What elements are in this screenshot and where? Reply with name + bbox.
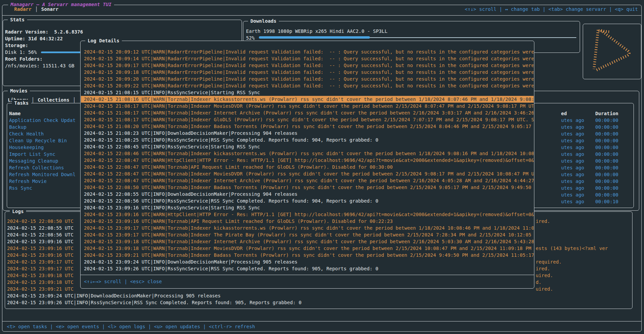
task-row-name[interactable]: Import List Sync [9, 151, 55, 158]
log-detail-line[interactable]: 2024-02-15 22:08:47 UTC|WARN|Torznab|Ind… [81, 177, 534, 184]
log-detail-line[interactable]: 2024-02-15 21:08:17 UTC|WARN|Torznab|Ind… [81, 103, 534, 109]
log-detail-line[interactable]: 2024-02-15 21:08:23 UTC|INFO|DownloadDec… [81, 130, 534, 137]
log-detail-line[interactable]: 2024-02-15 21:08:17 UTC|WARN|Torznab|Ind… [81, 109, 534, 116]
task-row-name[interactable]: Refresh Movie [9, 178, 47, 185]
movies-tab-collections[interactable]: Collections [38, 97, 69, 103]
log-detail-line[interactable]: 2024-02-15 23:09:16 UTC|WARN|Torznab|API… [81, 218, 534, 225]
log-detail-line[interactable]: 2024-02-15 20:09:17 UTC|WARN|RadarrError… [81, 62, 534, 69]
log-entry-tail-fragment: required. [536, 258, 562, 265]
log-detail-line[interactable]: 2024-02-15 21:08:25 UTC|INFO|RssSyncServ… [81, 137, 534, 143]
log-entry[interactable]: 2024-02-15 22:08:55 UTC [7, 225, 73, 231]
log-detail-line[interactable]: 2024-02-15 22:08:56 UTC|INFO|RssSyncServ… [81, 197, 534, 204]
log-entry[interactable]: 2024-02-15 23:09:21 UTC [7, 286, 73, 292]
footer-divider-line [2, 321, 641, 321]
log-detail-line[interactable]: 2024-02-15 22:08:47 UTC|WARN|Torznab|API… [81, 164, 534, 170]
tab-separator: │ [69, 97, 79, 103]
stats-line: /nfs/movies: 11511.43 GB [5, 62, 74, 69]
task-row-name[interactable]: Messaging Cleanup [9, 158, 58, 164]
stats-line: Disk 1: 56% [5, 49, 37, 56]
task-row-name[interactable]: Refresh Collections [9, 164, 64, 171]
task-row-duration: 00:00:00 [595, 151, 618, 158]
stats-line: Storage: [5, 42, 28, 49]
log-details-modal[interactable]: Log Details 2024-02-15 20:09:12 UTC|WARN… [80, 41, 534, 289]
task-row-name[interactable]: Clean Up Recycle Bin [9, 137, 67, 144]
log-detail-line[interactable]: 2024-02-15 20:09:18 UTC|WARN|RadarrError… [81, 69, 534, 76]
log-detail-line[interactable]: 2024-02-15 22:08:55 UTC|INFO|DownloadDec… [81, 191, 534, 197]
log-entry[interactable]: 2024-02-15 23:09:17 UTC [7, 258, 73, 265]
modal-footer-divider [81, 275, 534, 275]
logo-panel [583, 24, 641, 79]
downloads-panel-title: Downloads [248, 18, 279, 24]
download-progress-bar [259, 36, 576, 39]
log-entry-tail-fragment: uired. [536, 286, 553, 292]
task-row-duration: 00:00:00 [595, 130, 618, 137]
log-entry[interactable]: 2024-02-15 22:08:50 UTC [7, 218, 73, 225]
log-detail-line[interactable]: 2024-02-15 20:09:20 UTC|WARN|RadarrError… [81, 76, 534, 82]
log-detail-line[interactable]: 2024-02-15 23:09:17 UTC|WARN|Torznab|Ind… [81, 225, 534, 231]
task-row-duration: 00:00:00 [595, 158, 618, 164]
log-detail-line[interactable]: 2024-02-15 22:08:50 UTC|WARN|Torznab|Ind… [81, 184, 534, 191]
log-detail-line[interactable]: 2024-02-15 21:08:20 UTC|WARN|Torznab|Ind… [81, 123, 534, 130]
log-detail-line[interactable]: 2024-02-15 23:09:21 UTC|WARN|Torznab|Ind… [81, 252, 534, 258]
log-entry[interactable]: 2024-02-15 23:09:18 UTC [7, 279, 73, 286]
log-details-modal-title: Log Details [85, 37, 122, 44]
log-entry[interactable]: 2024-02-15 23:09:16 UTC [7, 245, 73, 252]
log-detail-line[interactable]: 2024-02-15 20:09:14 UTC|WARN|RadarrError… [81, 55, 534, 62]
task-row-queued: utes ago [561, 130, 584, 137]
download-progress-fill [259, 36, 370, 39]
task-row-duration: 00:00:00 [595, 171, 618, 178]
log-detail-line[interactable]: 2024-02-15 21:08:15 UTC|INFO|RssSyncServ… [81, 89, 534, 96]
task-row-queued: utes ago [561, 151, 584, 158]
log-detail-line[interactable]: 2024-02-15 23:09:16 UTC|WARN|HttpClient|… [81, 211, 534, 218]
task-row-queued: utes ago [561, 124, 584, 130]
task-row-name[interactable]: Housekeeping [9, 144, 44, 151]
tasks-name-header: Name [9, 110, 21, 117]
log-detail-line[interactable]: 2024-02-15 21:08:17 UTC|WARN|Torznab|Ind… [81, 116, 534, 123]
task-row-queued: utes ago [561, 117, 584, 124]
log-entry-tail-fragment: uired. [536, 272, 553, 279]
log-detail-line[interactable]: 2024-02-15 22:08:46 UTC|WARN|Torznab|Ind… [81, 150, 534, 157]
log-entry[interactable]: 2024-02-15 23:09:24 UTC|INFO|DownloadDec… [7, 292, 221, 299]
task-row-name[interactable]: Backup [9, 124, 26, 130]
task-row-name[interactable]: Refresh Monitored Downl [9, 171, 75, 178]
task-row-name[interactable]: Check Health [9, 130, 44, 137]
task-row-duration: 00:00:00 [595, 191, 618, 198]
log-entry[interactable]: 2024-02-15 23:09:26 UTC|INFO|RssSyncServ… [7, 299, 302, 306]
stats-line: Root Folders: [5, 56, 43, 62]
task-row-queued: utes ago [561, 178, 584, 185]
log-entry[interactable]: 2024-02-15 23:09:16 UTC [7, 238, 73, 245]
log-detail-line[interactable]: 2024-02-15 20:09:12 UTC|WARN|RadarrError… [81, 48, 534, 55]
logs-panel-title: Logs [10, 208, 26, 215]
log-detail-line[interactable]: 2024-02-15 22:08:45 UTC|INFO|RssSyncServ… [81, 143, 534, 150]
log-detail-line[interactable]: 2024-02-15 23:09:26 UTC|INFO|RssSyncServ… [81, 265, 534, 272]
task-row-queued: utes ago [561, 158, 584, 164]
log-detail-line[interactable]: 2024-02-15 22:08:47 UTC|WARN|HttpClient|… [81, 157, 534, 164]
task-row-queued: utes ago [561, 137, 584, 144]
tasks-panel-title: Tasks [12, 100, 31, 106]
log-detail-line[interactable]: 2024-02-15 23:09:18 UTC|WARN|Torznab|Ind… [81, 238, 534, 245]
task-row-name[interactable]: Rss Sync [9, 185, 32, 191]
task-row-queued: utes ago [561, 185, 584, 191]
log-entry[interactable]: 2024-02-15 22:08:56 UTC [7, 231, 73, 238]
log-detail-line[interactable]: 2024-02-15 20:09:22 UTC|WARN|RadarrError… [81, 82, 534, 89]
log-detail-line[interactable]: 2024-02-15 23:09:24 UTC|INFO|DownloadDec… [81, 258, 534, 265]
radarr-dotted-play-logo [586, 27, 637, 75]
stats-line: Uptime: 31d 04:32:22 [5, 35, 63, 42]
log-detail-line[interactable]: 2024-02-15 22:08:47 UTC|WARN|Torznab|Ind… [81, 170, 534, 177]
managarr-screen: Managarr — A Servarr management TUI Rada… [0, 0, 644, 334]
download-item-title: Earth 1998 1080p WEBRip x265 Hindi AAC2.… [246, 28, 387, 35]
task-row-duration: 00:00:00 [595, 178, 618, 185]
log-entry[interactable]: 2024-02-15 23:09:17 UTC [7, 265, 73, 272]
tabs-divider-line [2, 15, 641, 16]
log-detail-line[interactable]: 2024-02-15 23:09:16 UTC|INFO|RssSyncServ… [81, 204, 534, 211]
log-entry[interactable]: 2024-02-15 23:09:16 UTC [7, 252, 73, 258]
tab-sonarr[interactable]: Sonarr [41, 6, 59, 13]
task-row-duration: 00:00:00 [595, 124, 618, 130]
log-detail-line[interactable]: 2024-02-15 23:09:18 UTC|WARN|Torznab|Ind… [81, 245, 534, 252]
log-detail-line-selected[interactable]: 2024-02-15 21:08:16 UTC|WARN|Torznab|Ind… [81, 96, 534, 103]
log-entry[interactable]: 2024-02-15 23:09:18 UTC [7, 272, 73, 279]
tab-radarr[interactable]: Radarr [14, 6, 31, 13]
task-row-name[interactable]: Application Check Updat [9, 117, 75, 124]
tab-separator: │ [31, 6, 41, 13]
log-detail-line[interactable]: 2024-02-15 23:09:17 UTC|WARN|Torznab|Ind… [81, 231, 534, 238]
